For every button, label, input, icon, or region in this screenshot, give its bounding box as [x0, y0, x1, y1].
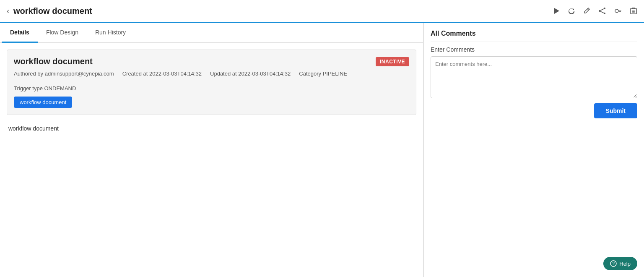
delete-icon[interactable] — [630, 7, 637, 15]
updated-at: Updated at 2022-03-03T04:14:32 — [210, 71, 291, 77]
help-button[interactable]: ? Help — [603, 257, 637, 270]
category: Category PIPELINE — [299, 71, 347, 77]
status-badge: INACTIVE — [376, 57, 409, 66]
comments-input-label: Enter Comments — [431, 46, 637, 53]
workflow-card-header: workflow document INACTIVE — [14, 57, 409, 66]
svg-line-4 — [600, 9, 604, 10]
svg-point-6 — [615, 9, 618, 13]
header: ‹ workflow document — [0, 0, 644, 23]
page-title: workflow document — [13, 6, 92, 16]
tab-details[interactable]: Details — [2, 23, 38, 43]
comments-textarea[interactable] — [431, 56, 637, 98]
trigger-type: Trigger type ONDEMAND — [14, 85, 76, 91]
workflow-card: workflow document INACTIVE Authored by a… — [7, 50, 416, 115]
help-label: Help — [619, 261, 631, 267]
svg-point-3 — [604, 13, 605, 14]
content-area: workflow document INACTIVE Authored by a… — [0, 43, 423, 277]
back-button[interactable]: ‹ — [7, 7, 9, 16]
refresh-icon[interactable] — [568, 7, 575, 15]
svg-point-2 — [604, 8, 605, 9]
svg-text:?: ? — [613, 261, 615, 266]
main-layout: Details Flow Design Run History workflow… — [0, 23, 644, 277]
svg-marker-0 — [554, 8, 559, 14]
submit-button[interactable]: Submit — [594, 103, 637, 118]
header-left: ‹ workflow document — [7, 6, 92, 16]
workflow-title: workflow document — [14, 57, 93, 66]
workflow-meta: Authored by adminsupport@cynepia.com Cre… — [14, 71, 409, 91]
tab-run-history[interactable]: Run History — [87, 23, 134, 43]
comments-section-title: All Comments — [431, 30, 637, 42]
authored-by: Authored by adminsupport@cynepia.com — [14, 71, 114, 77]
key-icon[interactable] — [614, 7, 622, 15]
svg-line-5 — [600, 11, 604, 13]
tab-flow-design[interactable]: Flow Design — [38, 23, 87, 43]
run-icon[interactable] — [553, 7, 560, 15]
workflow-tag-button[interactable]: workflow document — [14, 97, 72, 108]
share-icon[interactable] — [598, 7, 606, 15]
left-panel: Details Flow Design Run History workflow… — [0, 23, 423, 277]
right-panel: All Comments Enter Comments Submit — [423, 23, 644, 277]
header-actions — [553, 7, 637, 15]
svg-point-1 — [599, 10, 600, 12]
workflow-description: workflow document — [7, 122, 416, 135]
edit-icon[interactable] — [583, 7, 590, 15]
tab-bar: Details Flow Design Run History — [0, 23, 423, 43]
created-at: Created at 2022-03-03T04:14:32 — [122, 71, 202, 77]
